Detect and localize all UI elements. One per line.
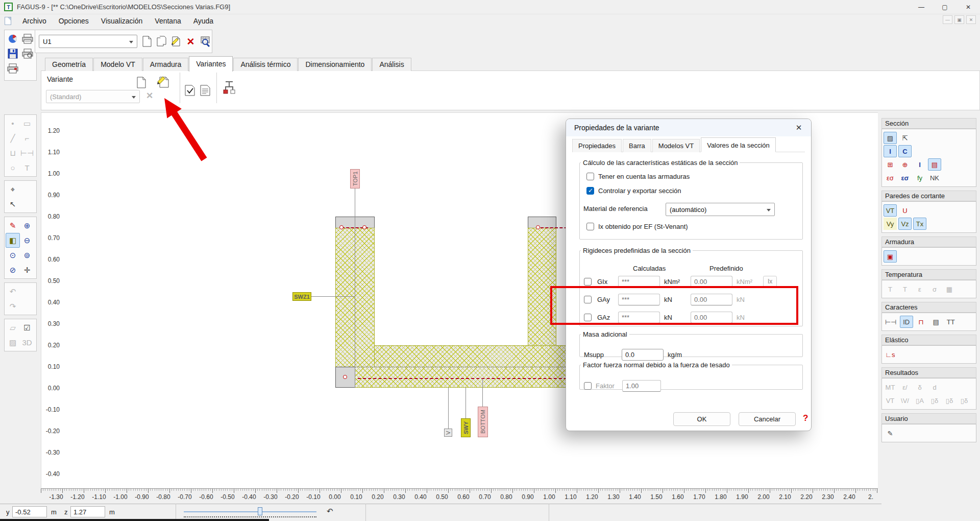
rebar-point[interactable] bbox=[339, 225, 344, 229]
zoom-in-icon[interactable]: ⊕ bbox=[20, 218, 34, 233]
temp-sigma-icon[interactable]: σ bbox=[928, 283, 941, 295]
section-export-icon[interactable]: ▤ bbox=[928, 158, 941, 171]
new-section-icon[interactable] bbox=[140, 34, 154, 49]
draw-point-icon[interactable]: • bbox=[6, 116, 20, 131]
tag-bottom[interactable]: BOTTOM bbox=[478, 407, 488, 437]
zoom-slider-thumb[interactable] bbox=[258, 507, 262, 515]
result-delta-icon[interactable]: δ bbox=[913, 381, 926, 393]
delete-section-icon[interactable]: ✕ bbox=[184, 34, 197, 49]
plane-icon[interactable]: ▱ bbox=[6, 320, 20, 335]
wall-vz-icon[interactable]: Vz bbox=[898, 218, 912, 230]
temp-eps-icon[interactable]: ε bbox=[913, 283, 926, 295]
bottom-slab[interactable] bbox=[374, 345, 572, 367]
zoom-out-icon[interactable]: ⊖ bbox=[20, 233, 34, 248]
dialog-close-icon[interactable]: ✕ bbox=[794, 123, 804, 132]
char-text-icon[interactable]: TT bbox=[944, 316, 958, 328]
tab-geometria[interactable]: Geometría bbox=[45, 58, 93, 71]
mdi-close-button[interactable]: ✕ bbox=[966, 15, 976, 24]
menu-item-visualizacion[interactable]: Visualización bbox=[95, 15, 149, 27]
mdi-restore-button[interactable]: ▣ bbox=[954, 15, 964, 24]
save-icon[interactable] bbox=[6, 46, 19, 60]
result-mt-icon[interactable]: MT bbox=[884, 381, 897, 393]
y-coordinate-input[interactable] bbox=[12, 506, 47, 517]
view-3d-icon[interactable]: 3D bbox=[20, 335, 34, 350]
edit-pencil-icon[interactable]: ✎ bbox=[6, 218, 20, 233]
char-dimension-icon[interactable]: ⊢⊣ bbox=[884, 316, 898, 328]
fill-bucket-icon[interactable]: ◧ bbox=[6, 233, 20, 248]
zoom-slider-track[interactable] bbox=[184, 511, 316, 512]
right-top-flange-plate[interactable] bbox=[528, 217, 556, 228]
menu-item-ayuda[interactable]: Ayuda bbox=[187, 15, 219, 27]
rebar-icon[interactable]: ▣ bbox=[884, 250, 897, 263]
section-hatch-icon[interactable]: ▨ bbox=[884, 132, 897, 144]
elastic-corner-icon[interactable]: ∟s bbox=[884, 348, 897, 361]
dialog-tab-propiedades[interactable]: Propiedades bbox=[572, 139, 622, 152]
result-delta3-icon[interactable]: ▯δ bbox=[958, 394, 971, 407]
close-button[interactable]: ✕ bbox=[957, 0, 980, 14]
draw-text-icon[interactable]: T bbox=[20, 160, 34, 175]
rename-section-icon[interactable] bbox=[169, 34, 183, 49]
statistics-icon[interactable] bbox=[6, 32, 19, 45]
result-d-icon[interactable]: d bbox=[928, 381, 941, 393]
result-eps-icon[interactable]: ε/ bbox=[898, 381, 912, 393]
print-settings-icon[interactable] bbox=[6, 61, 19, 75]
tag-swz1[interactable]: SWZ1 bbox=[292, 292, 311, 301]
tab-modelovt[interactable]: Modelo VT bbox=[93, 58, 142, 71]
GIx-checkbox[interactable] bbox=[584, 278, 592, 286]
tag-swy[interactable]: SWY bbox=[461, 418, 471, 437]
result-delta2-icon[interactable]: ▯δ bbox=[943, 394, 956, 407]
draw-circle-icon[interactable]: ○ bbox=[6, 160, 20, 175]
temp-t1-icon[interactable]: T bbox=[884, 283, 897, 295]
section-i-profile-icon[interactable]: I bbox=[884, 145, 897, 157]
dialog-tab-barra[interactable]: Barra bbox=[623, 139, 651, 152]
msupp-input[interactable] bbox=[622, 349, 664, 361]
section-move-icon[interactable]: ⊞ bbox=[884, 158, 897, 171]
control-export-checkbox[interactable] bbox=[586, 187, 594, 195]
edit-variant-icon[interactable] bbox=[156, 75, 170, 90]
tag-v[interactable]: V bbox=[444, 429, 452, 437]
tab-armadura[interactable]: Armadura bbox=[143, 58, 188, 71]
temp-t2-icon[interactable]: T bbox=[898, 283, 912, 295]
pan-hand-icon[interactable]: ✛ bbox=[20, 263, 34, 277]
ok-button[interactable]: OK bbox=[673, 412, 730, 426]
cancel-button[interactable]: Cancelar bbox=[739, 412, 796, 426]
ix-ef-checkbox[interactable] bbox=[586, 223, 594, 230]
undo-icon[interactable]: ↶ bbox=[6, 284, 20, 299]
wall-tx-icon[interactable]: Tx bbox=[913, 218, 926, 230]
char-id-icon[interactable]: ID bbox=[900, 316, 913, 328]
faktor-checkbox[interactable] bbox=[584, 382, 592, 390]
draw-polygon-icon[interactable]: ⌐ bbox=[20, 131, 34, 146]
section-point-ref-icon[interactable]: ⇱ bbox=[898, 132, 912, 144]
delete-variant-icon[interactable]: ✕ bbox=[144, 90, 155, 101]
draw-rect-icon[interactable]: ▭ bbox=[20, 116, 34, 131]
draw-line-icon[interactable]: ╱ bbox=[6, 131, 20, 146]
consider-rebar-checkbox[interactable] bbox=[586, 173, 594, 180]
reference-material-selector[interactable]: (automático) bbox=[666, 203, 775, 216]
tag-top1[interactable]: TOP1 bbox=[350, 169, 360, 188]
rebar-point[interactable] bbox=[362, 225, 366, 229]
section-selector[interactable]: U1 bbox=[39, 35, 137, 48]
tab-analisis[interactable]: Análisis bbox=[372, 58, 411, 71]
z-coordinate-input[interactable] bbox=[70, 506, 105, 517]
select-arrow-icon[interactable]: ↖ bbox=[6, 197, 20, 211]
variant-selector[interactable]: (Standard) bbox=[46, 90, 140, 103]
draw-u-shape-icon[interactable]: ⊔ bbox=[6, 146, 20, 160]
menu-item-ventana[interactable]: Ventana bbox=[149, 15, 187, 27]
user-pencil-icon[interactable]: ✎ bbox=[884, 427, 897, 439]
section-values-icon[interactable] bbox=[222, 80, 236, 95]
section-c-profile-icon[interactable]: C bbox=[898, 145, 912, 157]
section-stress-blue-icon[interactable]: εσ bbox=[898, 172, 912, 184]
result-a-icon[interactable]: ▯A bbox=[913, 394, 926, 407]
tab-analisistermico[interactable]: Análisis térmico bbox=[233, 58, 298, 71]
minimize-button[interactable]: — bbox=[910, 0, 933, 14]
bottom-plate[interactable] bbox=[355, 367, 572, 388]
find-section-icon[interactable] bbox=[199, 34, 212, 49]
dialog-tab-valoresdelaseccion[interactable]: Valores de la sección bbox=[701, 137, 776, 152]
zoom-extents-icon[interactable]: ⊚ bbox=[20, 248, 34, 263]
char-doc-icon[interactable]: ▤ bbox=[929, 316, 943, 328]
print-preview-icon[interactable] bbox=[20, 46, 34, 60]
new-variant-icon[interactable] bbox=[134, 75, 149, 90]
verify-variant-icon[interactable] bbox=[183, 83, 197, 98]
wall-vy-icon[interactable]: Vy bbox=[884, 218, 897, 230]
select-nodes-icon[interactable]: ⌖ bbox=[6, 182, 20, 197]
